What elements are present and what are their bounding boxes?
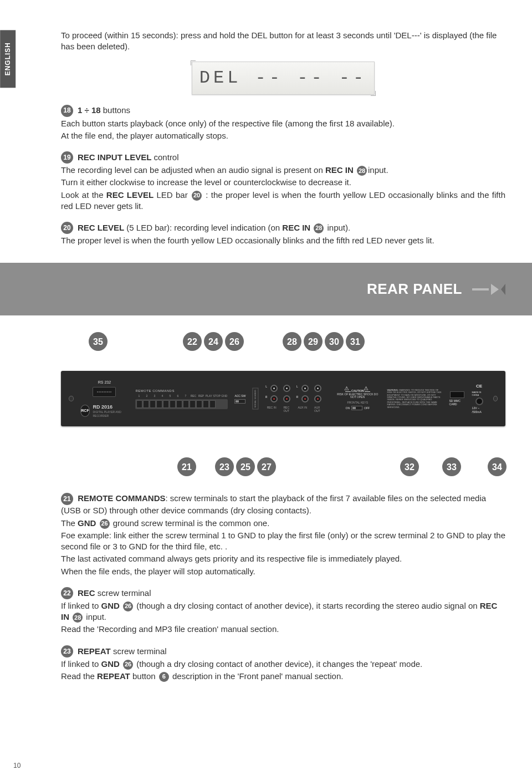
model-name: RD 2016 <box>93 404 129 410</box>
s20-lbl: (5 LED bar): recording level indication … <box>124 223 282 232</box>
ref-6: 6 <box>159 672 169 682</box>
co-23: 23 <box>215 457 234 476</box>
ref-20: 20 <box>192 191 202 201</box>
rcf-logo: RCF <box>80 405 90 417</box>
s19-label: control <box>151 152 178 162</box>
tnrec: REC <box>190 394 197 398</box>
rs232-label: RS 232 <box>98 380 111 385</box>
acc-sw: ACC SW <box>234 394 245 404</box>
s22-p1: If linked to GND 26 (though a dry closin… <box>61 600 505 623</box>
tn4: 4 <box>158 394 166 398</box>
language-tab: ENGLISH <box>0 30 16 88</box>
remote-commands-block: REMOTE COMMANDS 1234567RECREPPLAYSTOPGND <box>135 389 228 409</box>
s20-recin: REC IN <box>282 223 310 232</box>
co-30: 30 <box>325 332 344 351</box>
s21-bold: REMOTE COMMANDS <box>78 493 165 503</box>
co-34: 34 <box>488 457 507 476</box>
warning-text: WARNING: WARNING: TO REDUCE THE RISK OF … <box>387 389 443 409</box>
tn1: 1 <box>135 394 142 398</box>
callout-20: 20 <box>61 222 73 234</box>
co-27: 27 <box>257 457 276 476</box>
section-19: 19 REC INPUT LEVEL control The recording… <box>61 151 505 212</box>
co-21: 21 <box>177 457 196 476</box>
ce-mark: CE <box>476 384 482 390</box>
s21-p2: The GND 26 ground screw terminal is the … <box>61 518 505 529</box>
tn6: 6 <box>174 394 181 398</box>
s21-p4: The last activated command always gets p… <box>61 553 505 564</box>
made-in: MADE IN CHINA <box>472 391 487 397</box>
s19-p3c: LED bar <box>154 190 191 200</box>
co-29: 29 <box>304 332 323 351</box>
tnstop: STOP <box>213 394 220 398</box>
tn2: 2 <box>143 394 150 398</box>
s18-label: buttons <box>101 105 130 115</box>
tnrep: REP <box>197 394 204 398</box>
s19-p1c: input. <box>368 165 388 175</box>
s21-p5: When the file ends, the player will stop… <box>61 566 505 577</box>
screw-right <box>493 396 498 401</box>
s23-p1: If linked to GND 26 (though a dry closin… <box>61 659 505 670</box>
risk-text: RISK OF ELECTRIC SHOCK DO NOT OPEN <box>337 392 378 399</box>
rear-panel-title: REAR PANEL <box>367 279 462 299</box>
ref-26c: 26 <box>123 660 133 670</box>
rear-panel-diagram: 35 22 24 26 28 29 30 31 RS 232 RCF RD 2 <box>61 332 505 476</box>
tn7: 7 <box>182 394 189 398</box>
s23-p2: Read the REPEAT button 6 description in … <box>61 671 505 682</box>
dc-jack <box>475 397 483 405</box>
co-24: 24 <box>204 332 223 351</box>
tnplay: PLAY <box>205 394 212 398</box>
frontal-keys-label: FRONTAL KEYS <box>347 401 369 405</box>
dc-label: 12V ⎓ /500mA <box>472 406 487 414</box>
callout-21: 21 <box>61 493 73 505</box>
section-18: 18 1 ÷ 18 buttons Each button starts pla… <box>61 105 505 142</box>
banner-arrow-icon <box>472 284 505 295</box>
s21-p3: Foe example: link either the screw termi… <box>61 530 505 553</box>
serial-number: SERIAL NUMBER <box>252 388 258 410</box>
callout-18: 18 <box>61 105 73 117</box>
co-31: 31 <box>346 332 365 351</box>
rca-section: LRREC IN REC OUT LRAUX IN AUX OUT <box>265 385 321 414</box>
tn5: 5 <box>166 394 173 398</box>
s20-p1: The proper level is when the fourth yell… <box>61 235 505 246</box>
section-23: 23REPEAT screw terminal If linked to GND… <box>61 645 505 682</box>
lcd-display: DEL -- -- -- <box>192 62 375 95</box>
s19-bold: REC INPUT LEVEL <box>78 152 151 162</box>
ref-26: 26 <box>100 519 110 529</box>
model-sub: DIGITAL PLAYER AND RECORDER <box>93 410 129 418</box>
device-rear-view: RS 232 RCF RD 2016 DIGITAL PLAYER AND RE… <box>61 371 505 426</box>
remote-label: REMOTE COMMANDS <box>135 389 228 393</box>
s19-p1: The recording level can be adjusted when… <box>61 165 505 176</box>
caution-block: CAUTION RISK OF ELECTRIC SHOCK DO NOT OP… <box>335 387 380 399</box>
section-22: 22REC screw terminal If linked to GND 26… <box>61 587 505 635</box>
rear-panel-banner: REAR PANEL <box>0 263 532 315</box>
callout-22: 22 <box>61 587 73 599</box>
s19-p2: Turn it either clockwise to increase the… <box>61 177 505 188</box>
s19-p3: Look at the REC LEVEL LED bar 20 : the p… <box>61 190 505 212</box>
co-28: 28 <box>283 332 301 351</box>
tngnd: GND <box>221 394 228 398</box>
co-32: 32 <box>400 457 419 476</box>
rs232-port: RS 232 <box>80 380 129 396</box>
s18-p1: Each button starts playback (once only) … <box>61 118 505 129</box>
page-number: 10 <box>13 761 21 770</box>
ref-28b: 28 <box>314 223 324 233</box>
s19-p3b: REC LEVEL <box>106 190 154 200</box>
s18-bold: 1 ÷ 18 <box>78 105 101 115</box>
screw-left <box>69 396 74 401</box>
s22-p2: Read the 'Recording and MP3 file creatio… <box>61 624 505 635</box>
s19-p1b: REC IN <box>325 165 354 175</box>
co-25: 25 <box>236 457 255 476</box>
sd-slot: SD MMC CARD <box>449 391 466 407</box>
ref-28: 28 <box>357 166 367 176</box>
s18-p2: At the file end, the player automaticall… <box>61 130 505 141</box>
section-20: 20 REC LEVEL (5 LED bar): recording leve… <box>61 222 505 246</box>
co-35: 35 <box>89 332 108 351</box>
callout-19: 19 <box>61 151 73 164</box>
co-26: 26 <box>225 332 244 351</box>
s20-end: input). <box>325 223 350 232</box>
s19-p1a: The recording level can be adjusted when… <box>61 165 325 175</box>
s19-p3a: Look at the <box>61 190 106 200</box>
ref-26b: 26 <box>123 601 133 611</box>
tn3: 3 <box>151 394 158 398</box>
intro-text: To proceed (within 15 seconds): press an… <box>61 30 505 53</box>
